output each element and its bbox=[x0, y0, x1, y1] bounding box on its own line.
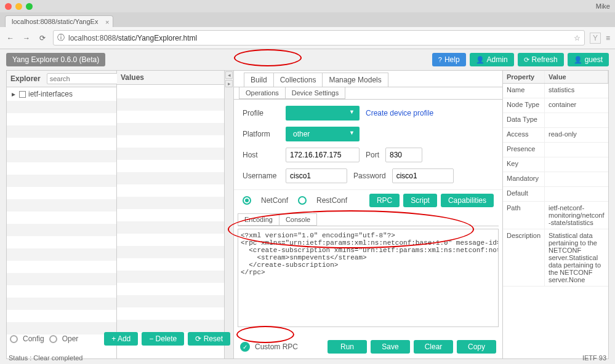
xml-editor[interactable]: <?xml version="1.0" encoding="utf-8"?> <… bbox=[238, 229, 499, 327]
property-value: Statistical data pertaining to the NETCO… bbox=[545, 229, 608, 286]
values-header: Values bbox=[117, 71, 224, 85]
explorer-panel: Explorer ▸ ietf-interfaces bbox=[6, 70, 117, 359]
admin-icon: 👤 bbox=[476, 56, 484, 64]
refresh-button[interactable]: ⟳Refresh bbox=[518, 53, 564, 66]
close-tab-icon[interactable]: × bbox=[105, 18, 109, 26]
center-tabs: Build Collections Manage Models bbox=[234, 71, 502, 87]
app-title: Yang Explorer 0.6.0 (Beta) bbox=[6, 53, 105, 66]
create-profile-link[interactable]: Create device profile bbox=[366, 109, 433, 117]
password-input[interactable] bbox=[392, 168, 454, 183]
splitter[interactable]: ◂ ▸ bbox=[225, 70, 233, 359]
script-button[interactable]: Script bbox=[403, 194, 437, 207]
oper-label: Oper bbox=[62, 334, 79, 343]
host-label: Host bbox=[243, 151, 279, 159]
add-button[interactable]: + Add bbox=[104, 332, 138, 346]
reload-icon[interactable]: ⟳ bbox=[37, 33, 48, 44]
guest-button[interactable]: 👤guest bbox=[568, 53, 609, 66]
property-panel: Property Value NamestatisticsNode Typeco… bbox=[503, 70, 609, 359]
property-value: statistics bbox=[545, 84, 608, 98]
menu-icon[interactable]: ≡ bbox=[606, 34, 610, 42]
property-row: Node Typecontainer bbox=[503, 98, 608, 113]
tab-build[interactable]: Build bbox=[244, 73, 274, 87]
help-button[interactable]: ?Help bbox=[432, 53, 466, 66]
tree-item[interactable]: ▸ ietf-interfaces bbox=[7, 87, 116, 101]
browser-tab[interactable]: localhost:8088/static/YangEx × bbox=[5, 15, 113, 27]
device-form: Profile Create device profile Platform o… bbox=[234, 100, 502, 189]
property-key: Mandatory bbox=[503, 172, 545, 186]
delete-button[interactable]: − Delete bbox=[142, 332, 184, 346]
copy-button[interactable]: Copy bbox=[457, 340, 496, 354]
profile-select[interactable] bbox=[286, 106, 360, 121]
refresh-icon: ⟳ bbox=[524, 56, 529, 64]
property-key: Path bbox=[503, 202, 545, 229]
custom-rpc-label: Custom RPC bbox=[255, 342, 298, 351]
status-bar: Status : Clear completed bbox=[9, 354, 82, 362]
maximize-window-icon[interactable] bbox=[26, 3, 33, 10]
app-header: Yang Explorer 0.6.0 (Beta) ?Help 👤Admin … bbox=[6, 53, 609, 66]
encoding-tabs: Encoding Console bbox=[238, 213, 499, 226]
tab-manage-models[interactable]: Manage Models bbox=[322, 73, 388, 87]
property-value bbox=[545, 157, 608, 172]
clear-button[interactable]: Clear bbox=[414, 340, 453, 354]
rpc-button[interactable]: RPC bbox=[369, 194, 400, 207]
host-input[interactable] bbox=[286, 148, 360, 162]
capabilities-button[interactable]: Capabilities bbox=[441, 194, 494, 207]
splitter-btn-1[interactable]: ◂ bbox=[225, 71, 233, 79]
netconf-radio[interactable] bbox=[243, 196, 251, 205]
username-input[interactable] bbox=[286, 168, 347, 183]
splitter-btn-2[interactable]: ▸ bbox=[225, 80, 233, 87]
property-key: Default bbox=[503, 187, 545, 201]
property-row: Data Type bbox=[503, 113, 608, 128]
app-area: Yang Explorer 0.6.0 (Beta) ?Help 👤Admin … bbox=[0, 49, 615, 359]
expand-icon[interactable]: ▸ bbox=[10, 90, 17, 98]
property-row: Namestatistics bbox=[503, 84, 608, 98]
property-rows: NamestatisticsNode TypecontainerData Typ… bbox=[503, 84, 608, 287]
admin-button[interactable]: 👤Admin bbox=[470, 53, 514, 66]
platform-select[interactable]: other bbox=[286, 127, 360, 141]
yandex-icon[interactable]: Y bbox=[590, 33, 601, 44]
config-radio[interactable] bbox=[10, 335, 18, 343]
property-key: Description bbox=[503, 229, 545, 286]
netconf-label: NetConf bbox=[261, 196, 288, 205]
tree-empty-rows bbox=[7, 101, 116, 347]
back-icon[interactable]: ← bbox=[5, 33, 16, 44]
values-panel: Values bbox=[117, 70, 225, 359]
port-input[interactable] bbox=[385, 148, 422, 162]
subtabs: Operations Device Settings bbox=[234, 87, 502, 100]
explorer-bottom-bar: Config Oper + Add − Delete ⟳ Reset bbox=[6, 328, 234, 349]
property-key: Access bbox=[503, 128, 545, 142]
reset-icon: ⟳ bbox=[195, 334, 203, 343]
center-bottom-bar: ✓ Custom RPC Run Save Clear Copy bbox=[234, 336, 502, 357]
tab-console[interactable]: Console bbox=[279, 213, 317, 226]
property-row: Pathietf-netconf-monitoring/netconf-stat… bbox=[503, 202, 608, 229]
values-empty-rows bbox=[117, 98, 224, 344]
forward-icon[interactable]: → bbox=[21, 33, 32, 44]
save-button[interactable]: Save bbox=[371, 340, 410, 354]
property-header: Property Value bbox=[503, 71, 608, 84]
subtab-operations[interactable]: Operations bbox=[239, 87, 286, 99]
plus-icon: + bbox=[111, 334, 118, 343]
tree-checkbox[interactable] bbox=[19, 91, 26, 98]
browser-chrome: Mike localhost:8088/static/YangEx × ← → … bbox=[0, 0, 615, 49]
explorer-header: Explorer bbox=[7, 71, 116, 87]
url-bar[interactable]: ⓘ localhost:8088/static/YangExplorer.htm… bbox=[53, 30, 585, 46]
tab-collections[interactable]: Collections bbox=[273, 73, 323, 87]
property-value: read-only bbox=[545, 128, 608, 142]
reset-button[interactable]: ⟳ Reset bbox=[188, 332, 230, 346]
star-icon[interactable]: ☆ bbox=[574, 34, 581, 42]
subtab-device-settings[interactable]: Device Settings bbox=[285, 87, 345, 99]
property-row: Key bbox=[503, 157, 608, 172]
minimize-window-icon[interactable] bbox=[15, 3, 22, 10]
close-window-icon[interactable] bbox=[5, 3, 12, 10]
tab-encoding[interactable]: Encoding bbox=[238, 213, 279, 226]
value-col-header: Value bbox=[545, 71, 608, 83]
custom-rpc-checkbox[interactable]: ✓ bbox=[240, 342, 250, 352]
tabbar: localhost:8088/static/YangEx × bbox=[0, 12, 615, 27]
restconf-label: RestConf bbox=[316, 196, 347, 205]
oper-radio[interactable] bbox=[49, 335, 57, 343]
run-button[interactable]: Run bbox=[328, 340, 367, 354]
username-label: Username bbox=[243, 172, 279, 180]
restconf-radio[interactable] bbox=[298, 196, 307, 205]
tree-label: ietf-interfaces bbox=[28, 90, 73, 98]
center-panel: Build Collections Manage Models Operatio… bbox=[233, 70, 503, 359]
